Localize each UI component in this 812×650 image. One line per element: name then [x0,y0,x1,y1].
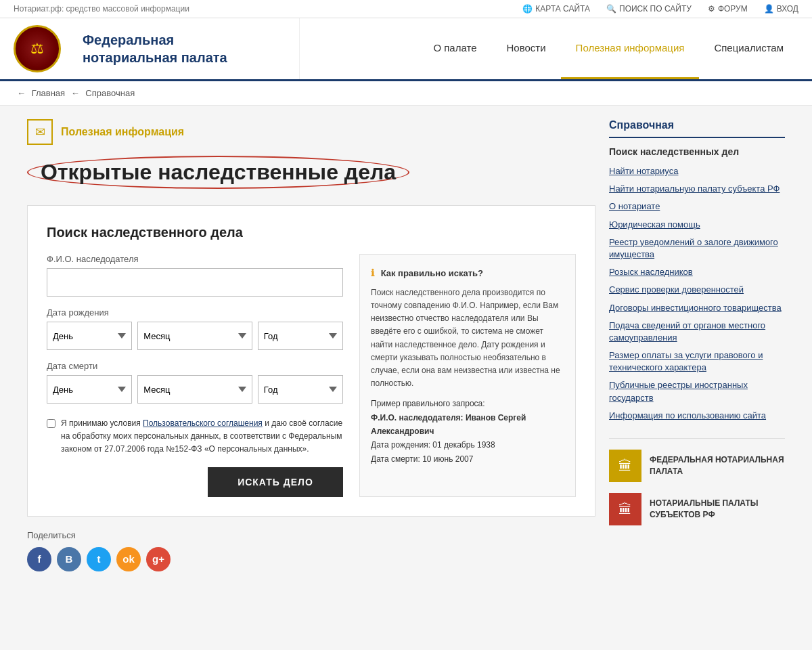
example-birth: 01 декабрь 1938 [432,440,495,450]
search-icon: 🔍 [606,4,616,14]
example-birth-label: Дата рождения: [371,440,430,450]
sidebar-link-public-reestr[interactable]: Публичные реестры иностранных государств [609,380,748,402]
fio-field: Ф.И.О. наследодателя [47,254,343,297]
birth-label: Дата рождения [47,307,343,318]
share-twitter[interactable]: t [87,547,111,571]
sidebar-link-item: Найти нотариальную палату субъекта РФ [609,183,785,195]
sidebar-link-item: Подача сведений от органов местного само… [609,320,785,344]
org-title: Федеральная нотариальная палата [69,31,286,66]
nav-sitemap[interactable]: 🌐 КАРТА САЙТА [522,4,590,14]
fio-label: Ф.И.О. наследодателя [47,254,343,264]
topbar-nav: 🌐 КАРТА САЙТА 🔍 ПОИСК ПО САЙТУ ⚙ ФОРУМ 👤… [522,4,798,14]
sidebar-link-item: Размер оплаты за услуги правового и техн… [609,349,785,374]
sidebar-link-palata[interactable]: Найти нотариальную палату субъекта РФ [609,183,780,194]
section-header: ✉ Полезная информация [27,119,595,145]
birth-year-select[interactable]: Год [258,322,343,350]
example-death-label: Дата смерти: [371,454,420,464]
example-fio-label: Ф.И.О. наследодателя: [371,413,464,422]
sidebar-link-legal[interactable]: Юридическая помощь [609,219,700,230]
org-icon-palaty: 🏛 [609,493,641,525]
death-label: Дата смерти [47,361,343,371]
death-day-select[interactable]: День [47,375,132,404]
sidebar-link-item: О нотариате [609,200,785,213]
main-container: ✉ Полезная информация Открытые наследств… [14,106,798,585]
example-label: Пример правильного запроса: [371,397,564,410]
birth-month-select[interactable]: Месяц [137,322,252,350]
birth-date-field: Дата рождения День Месяц Год [47,307,343,350]
section-icon: ✉ [27,119,53,145]
sidebar-link-rozysk[interactable]: Розыск наследников [609,267,693,277]
nav-login[interactable]: 👤 ВХОД [764,4,798,14]
hint-text: Поиск наследственного дела производится … [371,286,564,391]
hint-title: ℹ Как правильно искать? [371,265,564,281]
nav-novosti[interactable]: Новости [492,18,561,79]
sidebar-link-item: Договоры инвестиционного товарищества [609,302,785,314]
sidebar-link-podacha[interactable]: Подача сведений от органов местного само… [609,320,765,343]
sidebar-links: Найти нотариуса Найти нотариальную палат… [609,165,785,422]
sidebar-active-item: Поиск наследственных дел [609,146,785,157]
birth-day-select[interactable]: День [47,322,132,350]
nav-o-palate[interactable]: О палате [418,18,491,79]
sidebar: Справочная Поиск наследственных дел Найт… [609,119,785,571]
sidebar-org-palaty: 🏛 НОТАРИАЛЬНЫЕ ПАЛАТЫ СУБЪЕКТОВ РФ [609,493,785,525]
sidebar-link-item: Реестр уведомлений о залоге движимого им… [609,236,785,261]
sidebar-link-notarius[interactable]: Найти нотариуса [609,166,678,176]
nav-search[interactable]: 🔍 ПОИСК ПО САЙТУ [606,4,692,14]
example-birth-row: Дата рождения: 01 декабрь 1938 [371,438,564,452]
breadcrumb: ← Главная ← Справочная [0,81,812,106]
sidebar-link-item: Сервис проверки доверенностей [609,284,785,296]
logo-area: ⚖ Федеральная нотариальная палата [14,18,300,79]
agreement-link[interactable]: Пользовательского соглашения [143,418,263,428]
sidebar-link-item: Розыск наследников [609,266,785,278]
sidebar-link-item: Публичные реестры иностранных государств [609,379,785,404]
nav-forum[interactable]: ⚙ ФОРУМ [708,4,748,14]
sidebar-link-reestr[interactable]: Реестр уведомлений о залоге движимого им… [609,237,778,259]
form-title: Поиск наследственного дела [47,225,576,240]
social-icons: f B t ok g+ [27,547,595,571]
form-left: Ф.И.О. наследодателя Дата рождения День … [47,254,343,497]
nav-useful-info[interactable]: Полезная информация [561,18,700,79]
sidebar-org-fnp: 🏛 ФЕДЕРАЛЬНАЯ НОТАРИАЛЬНАЯ ПАЛАТА [609,450,785,482]
share-odnoklassniki[interactable]: ok [116,547,141,571]
example-death-row: Дата смерти: 10 июнь 2007 [371,452,564,466]
breadcrumb-home[interactable]: Главная [32,88,65,98]
death-year-select[interactable]: Год [258,375,343,404]
sidebar-link-doverennosti[interactable]: Сервис проверки доверенностей [609,284,744,295]
sidebar-link-notariat[interactable]: О нотариате [609,201,660,211]
section-title: Полезная информация [61,126,184,138]
sidebar-link-oplata[interactable]: Размер оплаты за услуги правового и техн… [609,350,763,372]
org-name-fnp: ФЕДЕРАЛЬНАЯ НОТАРИАЛЬНАЯ ПАЛАТА [650,454,785,477]
topbar-info: Нотариат.рф: средство массовой информаци… [14,4,189,14]
hint-icon: ℹ [371,267,374,278]
sidebar-link-item: Информация по использованию сайта [609,410,785,422]
logo-emblem: ⚖ [14,25,61,72]
header: ⚖ Федеральная нотариальная палата О пала… [0,18,812,81]
sidebar-org: 🏛 ФЕДЕРАЛЬНАЯ НОТАРИАЛЬНАЯ ПАЛАТА 🏛 НОТА… [609,438,785,525]
hint-example: Пример правильного запроса: Ф.И.О. насле… [371,397,564,466]
breadcrumb-section[interactable]: Справочная [85,88,135,98]
globe-icon: 🌐 [522,4,533,14]
sidebar-link-info[interactable]: Информация по использованию сайта [609,410,766,420]
hint-box: ℹ Как правильно искать? Поиск наследстве… [359,254,576,497]
main-nav: О палате Новости Полезная информация Спе… [418,18,798,79]
share-label: Поделиться [27,530,595,540]
share-vk[interactable]: B [57,547,81,571]
search-button[interactable]: ИСКАТЬ ДЕЛО [208,467,343,497]
nav-specialists[interactable]: Специалистам [699,18,798,79]
share-googleplus[interactable]: g+ [146,547,171,571]
form-container: Поиск наследственного дела Ф.И.О. наслед… [27,205,595,517]
agreement-checkbox[interactable] [47,419,55,428]
agreement-text: Я принимаю условия Пользовательского сог… [61,417,343,456]
share-facebook[interactable]: f [27,547,51,571]
org-name-palaty: НОТАРИАЛЬНЫЕ ПАЛАТЫ СУБЪЕКТОВ РФ [650,498,785,521]
breadcrumb-arrow-home: ← [17,88,26,98]
fio-input[interactable] [47,268,343,297]
page-heading-wrapper: Открытые наследственные дела [27,156,409,189]
death-month-select[interactable]: Месяц [137,375,252,404]
death-date-row: День Месяц Год [47,375,343,404]
breadcrumb-sep: ← [71,88,83,98]
sidebar-link-item: Найти нотариуса [609,165,785,177]
share-section: Поделиться f B t ok g+ [27,530,595,571]
settings-icon: ⚙ [708,4,715,14]
sidebar-link-dogovory[interactable]: Договоры инвестиционного товарищества [609,303,782,313]
